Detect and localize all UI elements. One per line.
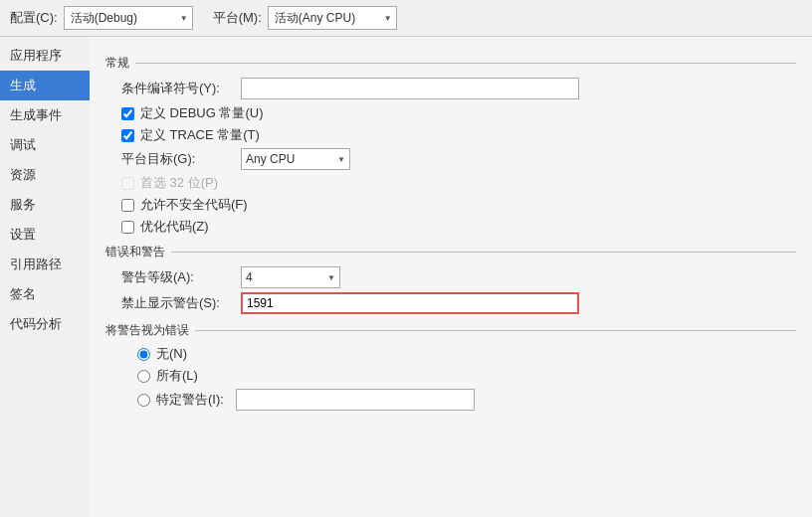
content-area: 常规 条件编译符号(Y): 定义 DEBUG 常量(U) 定义 TRACE 常量… bbox=[90, 37, 812, 517]
treat-specific-input[interactable] bbox=[236, 389, 475, 411]
treat-warnings-section-label: 将警告视为错误 bbox=[105, 322, 796, 339]
prefer32-row: 首选 32 位(P) bbox=[105, 174, 796, 192]
platform-item: 平台(M): 活动(Any CPU) bbox=[213, 6, 397, 30]
prefer32-label: 首选 32 位(P) bbox=[140, 174, 218, 192]
treat-all-label: 所有(L) bbox=[156, 367, 198, 385]
define-trace-row: 定义 TRACE 常量(T) bbox=[105, 126, 796, 144]
general-section-label: 常规 bbox=[105, 55, 796, 72]
conditional-symbol-label: 条件编译符号(Y): bbox=[121, 80, 241, 97]
platform-select[interactable]: 活动(Any CPU) bbox=[268, 6, 397, 30]
warning-level-label: 警告等级(A): bbox=[121, 268, 241, 286]
config-label: 配置(C): bbox=[10, 9, 58, 27]
sidebar-item-9[interactable]: 代码分析 bbox=[0, 309, 90, 339]
top-bar: 配置(C): 活动(Debug) 平台(M): 活动(Any CPU) bbox=[0, 0, 812, 37]
config-select[interactable]: 活动(Debug) bbox=[64, 6, 193, 30]
warning-level-select[interactable]: 4 0 1 2 3 bbox=[241, 266, 340, 288]
sidebar-item-8[interactable]: 签名 bbox=[0, 279, 90, 309]
optimize-checkbox[interactable] bbox=[121, 221, 134, 234]
sidebar-item-2[interactable]: 生成事件 bbox=[0, 100, 90, 130]
define-debug-checkbox[interactable] bbox=[121, 107, 134, 120]
platform-target-select-wrapper[interactable]: Any CPU x86 x64 bbox=[241, 148, 350, 170]
unsafe-code-row: 允许不安全代码(F) bbox=[105, 196, 796, 214]
define-debug-label: 定义 DEBUG 常量(U) bbox=[140, 104, 264, 122]
suppress-warnings-row: 禁止显示警告(S): bbox=[105, 292, 796, 314]
treat-specific-radio[interactable] bbox=[137, 394, 150, 407]
platform-target-label: 平台目标(G): bbox=[121, 150, 241, 168]
treat-specific-row: 特定警告(I): bbox=[105, 389, 796, 411]
sidebar-item-7[interactable]: 引用路径 bbox=[0, 250, 90, 279]
conditional-symbol-row: 条件编译符号(Y): bbox=[105, 78, 796, 99]
config-select-wrapper[interactable]: 活动(Debug) bbox=[64, 6, 193, 30]
platform-target-select[interactable]: Any CPU x86 x64 bbox=[241, 148, 350, 170]
suppress-warnings-label: 禁止显示警告(S): bbox=[121, 294, 241, 312]
sidebar-item-4[interactable]: 资源 bbox=[0, 160, 90, 190]
platform-label: 平台(M): bbox=[213, 9, 262, 27]
optimize-row: 优化代码(Z) bbox=[105, 218, 796, 236]
platform-target-row: 平台目标(G): Any CPU x86 x64 bbox=[105, 148, 796, 170]
treat-none-row: 无(N) bbox=[105, 345, 796, 363]
conditional-symbol-input[interactable] bbox=[241, 78, 579, 99]
sidebar-item-0[interactable]: 应用程序 bbox=[0, 41, 90, 71]
treat-all-radio[interactable] bbox=[137, 370, 150, 383]
treat-none-radio[interactable] bbox=[137, 348, 150, 361]
sidebar-item-3[interactable]: 调试 bbox=[0, 130, 90, 160]
warning-level-row: 警告等级(A): 4 0 1 2 3 bbox=[105, 266, 796, 288]
errors-section-label: 错误和警告 bbox=[105, 244, 796, 260]
define-trace-checkbox[interactable] bbox=[121, 129, 134, 142]
config-item: 配置(C): 活动(Debug) bbox=[10, 6, 193, 30]
treat-none-label: 无(N) bbox=[156, 345, 187, 363]
sidebar-item-1[interactable]: 生成 bbox=[0, 71, 90, 100]
platform-select-wrapper[interactable]: 活动(Any CPU) bbox=[268, 6, 397, 30]
define-debug-row: 定义 DEBUG 常量(U) bbox=[105, 104, 796, 122]
unsafe-code-label: 允许不安全代码(F) bbox=[140, 196, 248, 214]
sidebar-item-6[interactable]: 设置 bbox=[0, 220, 90, 250]
warning-level-select-wrapper[interactable]: 4 0 1 2 3 bbox=[241, 266, 340, 288]
treat-all-row: 所有(L) bbox=[105, 367, 796, 385]
prefer32-checkbox[interactable] bbox=[121, 177, 134, 190]
main-layout: 应用程序 生成 生成事件 调试 资源 服务 设置 引用路径 签名 代码分析 常规… bbox=[0, 37, 812, 517]
suppress-warnings-input[interactable] bbox=[241, 292, 579, 314]
sidebar: 应用程序 生成 生成事件 调试 资源 服务 设置 引用路径 签名 代码分析 bbox=[0, 37, 90, 517]
optimize-label: 优化代码(Z) bbox=[140, 218, 209, 236]
unsafe-code-checkbox[interactable] bbox=[121, 199, 134, 212]
sidebar-item-5[interactable]: 服务 bbox=[0, 190, 90, 220]
treat-specific-label: 特定警告(I): bbox=[156, 391, 224, 409]
define-trace-label: 定义 TRACE 常量(T) bbox=[140, 126, 260, 144]
